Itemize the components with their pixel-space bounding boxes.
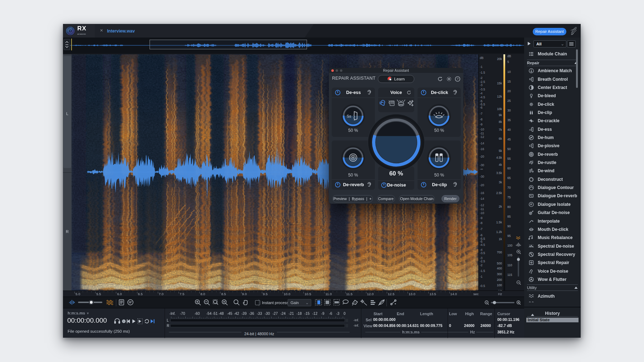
svg-text:Ss: Ss	[347, 114, 351, 118]
svg-text:?: ?	[457, 77, 459, 81]
svg-text:ss: ss	[529, 128, 531, 130]
